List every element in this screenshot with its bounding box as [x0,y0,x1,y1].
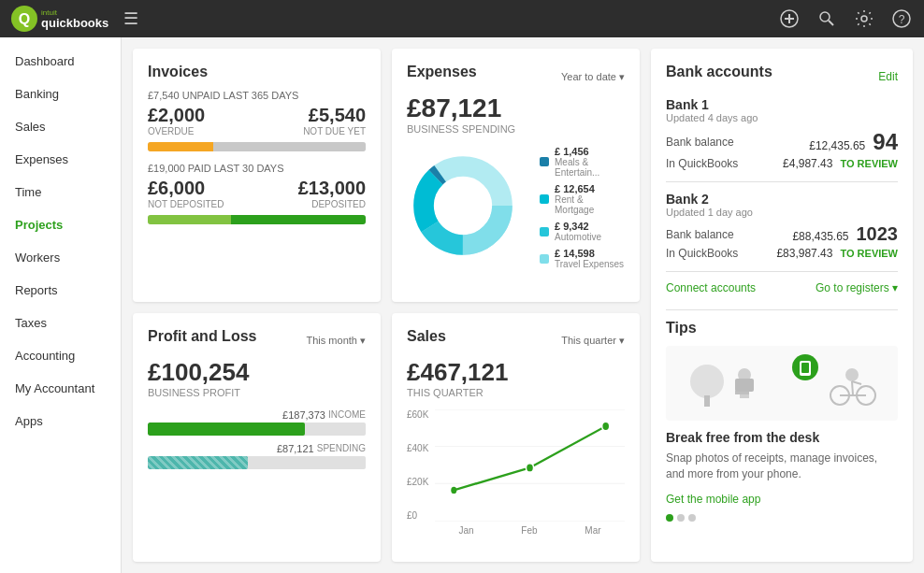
y-label-20k: £20K [407,477,428,487]
svg-point-40 [602,422,610,431]
bank1-inqb-label: In QuickBooks [666,157,738,170]
expenses-card: Expenses Year to date ▾ £87,121 BUSINESS… [392,49,640,302]
profit-loss-filter[interactable]: This month ▾ [307,335,366,347]
invoices-paid-amounts-row: £6,000 NOT DEPOSITED £13,000 DEPOSITED [148,178,366,209]
invoices-deposited: £13,000 DEPOSITED [298,178,366,209]
bank2-balance-amount: £88,435.65 [792,230,848,243]
svg-text:?: ? [899,13,905,26]
svg-point-5 [820,12,830,21]
sidebar-item-banking[interactable]: Banking [0,78,121,110]
legend-item-1: £ 12,654 Rent & Mortgage [540,183,625,215]
svg-point-39 [526,463,533,472]
svg-line-33 [852,381,861,384]
bank1-balance-amount: £12,435.65 [809,139,865,152]
sales-amount: £467,121 [407,358,625,387]
profit-loss-header: Profit and Loss This month ▾ [148,328,366,354]
x-label-mar: Mar [585,525,600,536]
bank1-inqb-amount: £4,987.43 [783,157,832,170]
sidebar-item-projects[interactable]: Projects [0,208,121,241]
sales-filter[interactable]: This quarter ▾ [561,335,625,347]
bank2-inqb-label: In QuickBooks [666,247,738,260]
add-icon[interactable] [778,7,801,30]
bank2-balance-label: Bank balance [666,228,734,241]
settings-icon[interactable] [853,7,875,30]
help-icon[interactable]: ? [890,7,913,30]
sidebar-item-dashboard[interactable]: Dashboard [0,45,121,78]
expenses-filter[interactable]: Year to date ▾ [561,71,625,83]
bank1-review: 94 [873,129,898,155]
expenses-title: Expenses [407,64,477,80]
x-label-feb: Feb [521,525,537,536]
mobile-app-link[interactable]: Get the mobile app [666,493,760,506]
expenses-amount: £87,121 [407,93,625,123]
bank-divider-1 [666,181,898,182]
profit-spending-bar-row: £87,121 SPENDING [148,443,366,469]
tips-dot-0[interactable] [666,514,673,522]
bank2-inqb-row: In QuickBooks £83,987.43 TO REVIEW [666,247,898,260]
svg-point-15 [439,181,488,231]
invoices-not-due-label: NOT DUE YET [303,126,366,136]
tips-dot-2[interactable] [688,514,696,522]
profit-spending-label: SPENDING [317,443,366,454]
svg-point-16 [690,365,724,398]
expenses-content: £ 1,456 Meals & Entertain... £ 12,654 Re… [407,146,625,275]
bank1-review-num: 94 [873,129,898,154]
profit-spending-track [148,456,366,469]
sidebar-item-sales[interactable]: Sales [0,110,121,143]
invoices-deposited-amount: £13,000 [298,178,366,199]
expenses-header: Expenses Year to date ▾ [407,64,625,90]
profit-loss-card: Profit and Loss This month ▾ £100,254 BU… [133,313,381,563]
bank-card-header: Bank accounts Edit [666,64,898,90]
invoices-not-deposited: £6,000 NOT DEPOSITED [148,178,224,209]
tips-card-title: Break free from the desk [666,430,898,445]
hamburger-menu-icon[interactable]: ☰ [123,8,138,29]
svg-line-6 [829,21,833,25]
profit-income-label: INCOME [328,409,366,421]
sidebar-item-my-accountant[interactable]: My Accountant [0,372,121,405]
bank-edit-button[interactable]: Edit [878,70,898,83]
sidebar-item-reports[interactable]: Reports [0,274,121,307]
logo: Q intuit quickbooks [11,6,108,32]
expenses-sublabel: BUSINESS SPENDING [407,123,625,135]
quickbooks-logo-icon: Q [11,6,37,32]
sales-header: Sales This quarter ▾ [407,328,625,354]
invoices-not-due-amount: £5,540 [303,105,366,126]
invoices-overdue: £2,000 OVERDUE [148,105,205,136]
sidebar-item-workers[interactable]: Workers [0,241,121,274]
tips-title: Tips [666,320,898,337]
bank1-balance-label: Bank balance [666,136,734,149]
invoices-overdue-bar [148,142,213,151]
profit-spending-amount: £87,121 [277,443,314,454]
sidebar-item-time[interactable]: Time [0,176,121,208]
bank2-review-label: TO REVIEW [840,248,898,259]
go-to-registers-link[interactable]: Go to registers ▾ [816,281,898,294]
sidebar-item-taxes[interactable]: Taxes [0,307,121,339]
invoices-not-deposited-bar [148,215,231,224]
svg-text:Q: Q [19,11,30,27]
bank1-balance-row: Bank balance £12,435.65 94 [666,129,898,155]
quickbooks-label: quickbooks [41,17,108,29]
expenses-donut-chart [407,150,528,271]
sidebar: Dashboard Banking Sales Expenses Time Pr… [0,37,122,573]
bank2-name: Bank 2 [666,192,898,207]
profit-loss-title: Profit and Loss [148,328,256,345]
tips-illustration [666,346,898,421]
sidebar-item-apps[interactable]: Apps [0,405,121,437]
profit-spending-label-row: £87,121 SPENDING [148,443,366,454]
bank2-balance-row: Bank balance £88,435.65 1023 [666,223,898,245]
sidebar-item-expenses[interactable]: Expenses [0,143,121,176]
legend-dot-1 [540,194,549,204]
tips-pagination-dots [666,514,898,522]
tips-dot-1[interactable] [677,514,685,522]
search-icon[interactable] [816,7,838,30]
legend-text-1: £ 12,654 Rent & Mortgage [555,183,625,215]
invoices-unpaid-label: £7,540 UNPAID LAST 365 DAYS [148,90,366,101]
legend-dot-2 [540,227,549,236]
legend-text-0: £ 1,456 Meals & Entertain... [555,146,625,178]
sidebar-item-accounting[interactable]: Accounting [0,339,121,372]
sales-y-labels: £60K £40K £20K £0 [407,409,428,522]
connect-accounts-link[interactable]: Connect accounts [666,281,756,294]
bank-links: Connect accounts Go to registers ▾ [666,281,898,294]
bank1-inqb-row: In QuickBooks £4,987.43 TO REVIEW [666,157,898,170]
sales-title: Sales [407,328,446,345]
